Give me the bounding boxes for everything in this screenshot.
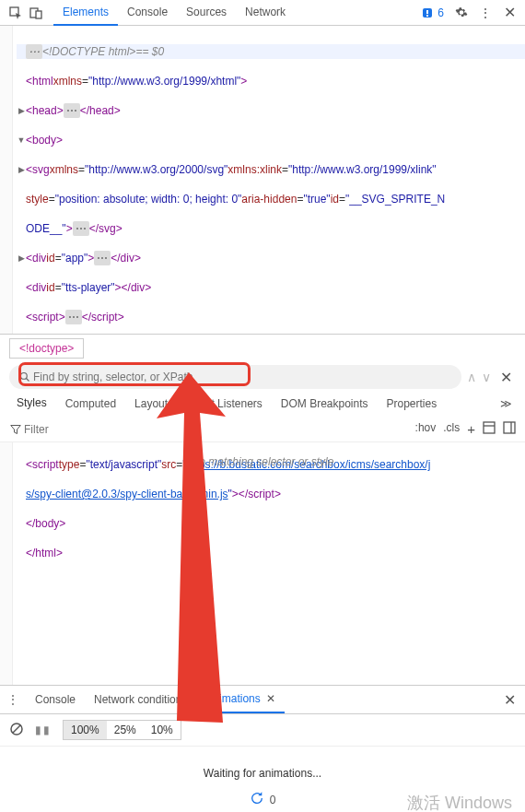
playback-rate-group: 100% 25% 10% (63, 720, 181, 740)
subtab-styles[interactable]: Styles (7, 389, 56, 418)
search-pill[interactable] (9, 365, 461, 389)
subtabs-overflow-icon[interactable]: ≫ (495, 392, 518, 416)
top-right-controls: 6 ⋮ ✕ (421, 6, 521, 19)
svg-rect-8 (484, 422, 495, 433)
issues-icon (421, 6, 434, 19)
subtab-layout[interactable]: Layout (125, 390, 177, 418)
close-devtools-icon[interactable]: ✕ (503, 6, 516, 19)
crumb-doctype[interactable]: <!doctype> (9, 338, 84, 359)
pause-animations-icon[interactable]: ▮▮ (35, 724, 52, 736)
rate-25[interactable]: 25% (107, 721, 144, 739)
subtab-event-listeners[interactable]: Event Listeners (177, 390, 272, 418)
issues-count: 6 (438, 6, 444, 19)
cls-toggle[interactable]: .cls (443, 421, 460, 437)
settings-gear-icon[interactable] (455, 6, 468, 19)
animations-waiting-message: Waiting for animations... (0, 747, 525, 785)
panel-tabs: Elements Console Sources Network (53, 0, 295, 26)
svg-line-13 (13, 725, 20, 733)
search-close-icon[interactable]: ✕ (496, 369, 516, 386)
sidebar-toggle-icon[interactable] (503, 421, 516, 437)
rate-100[interactable]: 100% (64, 721, 107, 739)
drawer-tab-network-conditions[interactable]: Network conditions (85, 687, 196, 712)
kebab-menu-icon[interactable]: ⋮ (479, 6, 492, 19)
svg-rect-5 (426, 15, 428, 17)
selection-hint: == $0 (135, 44, 164, 59)
drawer-tab-animations[interactable]: Animations✕ (196, 686, 284, 713)
tab-network[interactable]: Network (236, 0, 295, 26)
drawer-tab-animations-label: Animations (205, 692, 260, 705)
search-next-icon[interactable]: ∨ (482, 370, 491, 384)
clear-animations-icon[interactable] (9, 722, 24, 739)
animations-toolbar: ▮▮ 100% 25% 10% (0, 714, 525, 747)
replay-count: 0 (270, 794, 276, 806)
svg-point-6 (21, 373, 28, 380)
drawer: ⋮ Console Network conditions Animations✕… (0, 685, 525, 812)
drawer-tab-close-icon[interactable]: ✕ (266, 692, 275, 705)
svg-line-7 (27, 379, 29, 382)
doctype-node[interactable]: <!DOCTYPE html> (42, 44, 135, 59)
svg-rect-2 (36, 11, 41, 18)
replay-row[interactable]: 0 (0, 785, 525, 812)
issues-button[interactable]: 6 (421, 6, 444, 19)
search-prev-icon[interactable]: ∧ (467, 370, 476, 384)
styles-subtabs: Styles Computed Layout Event Listeners D… (0, 389, 525, 419)
devtools-top-bar: Elements Console Sources Network 6 ⋮ ✕ (0, 0, 525, 26)
hov-toggle[interactable]: :hov (415, 421, 437, 437)
computed-panel-icon[interactable] (483, 421, 496, 437)
styles-filter-row: :hov .cls + (0, 417, 525, 442)
search-input[interactable] (31, 370, 452, 384)
drawer-tabs: ⋮ Console Network conditions Animations✕… (0, 686, 525, 714)
tab-console[interactable]: Console (118, 0, 177, 26)
top-left-icon-group (4, 6, 48, 19)
styles-filter-input[interactable] (22, 422, 415, 437)
filter-funnel-icon (9, 423, 22, 436)
drawer-tab-console[interactable]: Console (26, 687, 85, 712)
tab-elements[interactable]: Elements (53, 0, 118, 26)
styles-empty-message: No matching selector or style (0, 441, 525, 483)
styles-toolbar-right: :hov .cls + (415, 421, 516, 437)
search-icon (18, 371, 31, 383)
subtab-properties[interactable]: Properties (378, 390, 447, 418)
tab-sources[interactable]: Sources (177, 0, 236, 26)
device-toolbar-icon[interactable] (29, 6, 42, 19)
new-style-rule-icon[interactable]: + (467, 421, 475, 437)
subtab-dom-breakpoints[interactable]: DOM Breakpoints (272, 390, 378, 418)
replay-icon (250, 791, 264, 808)
drawer-close-icon[interactable]: ✕ (495, 688, 525, 712)
subtab-computed[interactable]: Computed (56, 390, 125, 418)
svg-rect-10 (504, 422, 515, 433)
rate-10[interactable]: 10% (144, 721, 181, 739)
inspect-element-icon[interactable] (9, 6, 22, 19)
drawer-menu-icon[interactable]: ⋮ (0, 688, 26, 712)
svg-rect-4 (426, 10, 428, 14)
